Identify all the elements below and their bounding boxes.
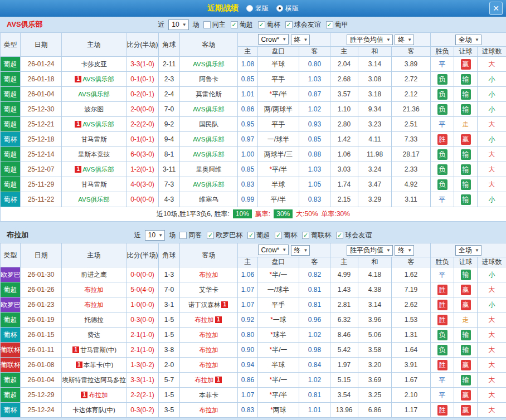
away-handicap-odds: 0.80 (299, 57, 330, 72)
avg-away-odds: 1.31 (392, 328, 431, 343)
final-odds-select[interactable]: 终▼ (291, 245, 310, 256)
checkbox-checked-icon[interactable]: ✓ (275, 232, 282, 239)
filter-球会友谊[interactable]: ✓球会友谊 (336, 231, 372, 240)
avg-home-odds: 3.03 (330, 162, 358, 177)
away-handicap-odds: 1.02 (299, 102, 330, 117)
checkbox-checked-icon[interactable]: ✓ (247, 232, 255, 239)
company-select[interactable]: Crow*▼ (258, 34, 289, 45)
radio-unselected-icon[interactable] (246, 5, 253, 12)
chevron-down-icon: ▼ (407, 248, 412, 253)
result-winlose: 负 (431, 102, 454, 117)
league-badge: 欧罗巴杯 (1, 267, 21, 282)
result-handicap: 走 (454, 312, 478, 328)
col-handicap-result: 让球 (454, 47, 478, 57)
away-team: AVS俱乐部 (180, 177, 238, 192)
layout-option-horizontal[interactable]: 横版 (276, 4, 299, 13)
avg-home-odds: 4.99 (330, 267, 358, 282)
close-icon[interactable]: ✕ (489, 2, 503, 15)
corner-count: 5-7 (159, 373, 180, 388)
result-goals: 大 (478, 328, 506, 343)
filter-葡杯[interactable]: ✓葡杯 (275, 231, 297, 240)
handicap-line: *半/一 (258, 373, 299, 388)
filter-葡杯[interactable]: ✓葡杯 (258, 20, 280, 30)
team-name: 里奥阿维 (196, 166, 222, 173)
result-mark: 平 (439, 196, 446, 203)
result-mark: 小 (489, 135, 495, 143)
radio-selected-icon[interactable] (276, 5, 283, 12)
result-mark: 输 (461, 164, 471, 175)
scope-select[interactable]: 全场▼ (455, 245, 481, 256)
final-avg-select[interactable]: 终▼ (395, 35, 414, 45)
filter-葡甲[interactable]: ✓葡甲 (326, 20, 348, 30)
result-mark: 输 (461, 345, 471, 355)
result-goals: 大 (478, 373, 506, 388)
match-count-select[interactable]: 10▼ (145, 230, 165, 241)
result-goals: 大 (478, 282, 506, 297)
avg-odds-select[interactable]: 胜平负均值▼ (347, 35, 393, 45)
final-odds-select[interactable]: 终▼ (291, 35, 310, 45)
match-date: 25-11-29 (21, 177, 62, 192)
checkbox-unchecked-icon[interactable] (179, 232, 187, 239)
away-team: AVS俱乐部 (180, 132, 238, 147)
star-mark: * (270, 331, 273, 339)
filter-球会友谊[interactable]: ✓球会友谊 (285, 20, 321, 30)
handicap-line: 平手 (258, 117, 299, 132)
result-mark: 大 (489, 391, 495, 399)
checkbox-checked-icon[interactable]: ✓ (285, 21, 293, 28)
handicap-line: *一球 (258, 312, 299, 328)
away-handicap-odds: 0.81 (299, 297, 330, 312)
team-name: 甘马雷斯(中) (80, 346, 116, 353)
result-goals: 小 (478, 102, 506, 117)
checkbox-checked-icon[interactable]: ✓ (336, 232, 343, 239)
filter-葡超[interactable]: ✓葡超 (231, 20, 253, 30)
team-name: 布拉加 (199, 271, 218, 278)
checkbox-checked-icon[interactable]: ✓ (326, 21, 333, 28)
home-team: 埃斯特雷拉达阿马多拉 (62, 373, 126, 388)
filter-同主[interactable]: 同主 (203, 20, 226, 30)
home-team: 1布拉加 (62, 388, 126, 403)
col-result: 胜负 (431, 47, 454, 57)
red-1-badge: 1 (75, 166, 81, 173)
match-count-select[interactable]: 10▼ (168, 19, 188, 30)
handicap-line: 平手 (258, 72, 299, 87)
checkbox-checked-icon[interactable]: ✓ (302, 232, 309, 239)
checkbox-checked-icon[interactable]: ✓ (258, 21, 265, 28)
corner-count: 9-4 (159, 132, 180, 147)
home-team: 1AVS俱乐部 (62, 162, 126, 177)
final-avg-select[interactable]: 终▼ (395, 245, 414, 256)
checkbox-checked-icon[interactable]: ✓ (231, 21, 238, 28)
match-date: 26-01-04 (21, 87, 62, 102)
home-handicap-odds: 0.80 (238, 328, 258, 343)
result-mark: 输 (461, 270, 471, 280)
layout-option-vertical[interactable]: 竖版 (246, 4, 269, 13)
company-select[interactable]: Crow*▼ (258, 245, 289, 255)
result-handicap: 赢 (454, 358, 478, 373)
match-row: 欧罗巴杯26-01-30前进之鹰0-0(0-0)1-3布拉加1.06*半/一0.… (1, 267, 506, 282)
checkbox-checked-icon[interactable]: ✓ (207, 232, 214, 239)
avg-away-odds: 1.67 (392, 373, 431, 388)
filter-同客[interactable]: 同客 (179, 231, 202, 240)
avg-draw-odds: 3.20 (358, 358, 392, 373)
red-1-badge: 1 (81, 392, 87, 398)
avg-home-odds: 5.42 (330, 343, 358, 358)
match-date: 26-01-18 (21, 72, 62, 87)
result-mark: 负 (437, 164, 447, 175)
avg-odds-select[interactable]: 胜平负均值▼ (347, 245, 393, 256)
scope-select[interactable]: 全场▼ (455, 35, 481, 45)
result-handicap: 赢 (454, 282, 478, 297)
checkbox-unchecked-icon[interactable] (203, 21, 211, 28)
corner-count: 2-4 (159, 87, 180, 102)
league-filters: 同客✓欧罗巴杯✓葡超✓葡杯✓葡联杯✓球会友谊 (179, 231, 372, 240)
avg-draw-odds: 3.14 (358, 57, 392, 72)
filter-葡超[interactable]: ✓葡超 (247, 231, 270, 240)
away-team: 布拉加1 (180, 373, 238, 388)
filter-葡联杯[interactable]: ✓葡联杯 (302, 231, 331, 240)
result-goals: 大 (478, 343, 506, 358)
filter-欧罗巴杯[interactable]: ✓欧罗巴杯 (207, 231, 242, 240)
avg-home-odds: 2.81 (330, 297, 358, 312)
handicap-line: 两/两球半 (258, 102, 299, 117)
result-mark: 大 (489, 286, 495, 294)
chevron-down-icon: ▼ (304, 37, 308, 42)
result-goals: 小 (478, 297, 506, 312)
result-mark: 负 (437, 74, 447, 85)
